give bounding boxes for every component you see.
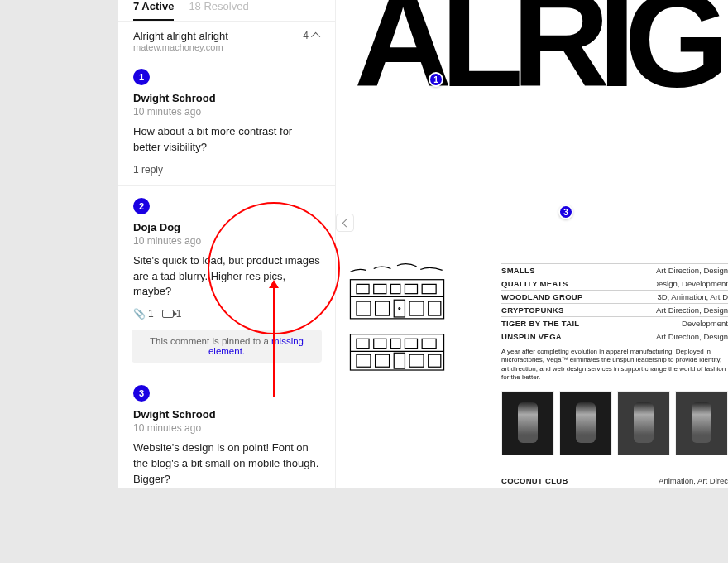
thread-url: matew.machoney.com <box>133 42 228 52</box>
building-illustration <box>342 248 452 329</box>
preview-canvas[interactable]: ALRIG 1 3 <box>336 0 728 488</box>
comment-body: How about a bit more contrast for better… <box>133 124 320 156</box>
preview-logo: ALRIG <box>354 0 718 108</box>
svg-rect-19 <box>422 339 436 348</box>
thumbnail[interactable] <box>675 391 728 455</box>
thread-count: 4 <box>303 30 309 41</box>
comments-panel: 7 Active 18 Resolved Alright alright alr… <box>118 0 336 488</box>
svg-rect-10 <box>410 301 424 315</box>
work-row[interactable]: CRYPTOPUNKSArt Direction, Design <box>501 303 728 316</box>
comment-time: 10 minutes ago <box>133 106 320 118</box>
svg-rect-16 <box>374 339 386 348</box>
missing-element-banner: This comment is pinned to a missing elem… <box>132 330 322 363</box>
svg-rect-4 <box>390 284 400 293</box>
work-row[interactable]: QUALITY MEATSDesign, Development <box>501 277 728 290</box>
paperclip-icon <box>133 308 146 320</box>
comment-item[interactable]: 2 Doja Dog 10 minutes ago Site's quick t… <box>118 186 335 374</box>
work-row[interactable]: WOODLAND GROUP3D, Animation, Art D <box>501 290 728 303</box>
work-row[interactable]: TIGER BY THE TAILDevelopment <box>501 316 728 330</box>
comment-author: Doja Dog <box>133 221 320 233</box>
thumbnail[interactable] <box>617 391 670 455</box>
tab-active[interactable]: 7 Active <box>133 0 174 21</box>
svg-rect-6 <box>422 284 436 293</box>
svg-rect-21 <box>376 354 390 367</box>
svg-rect-5 <box>405 284 417 293</box>
work-row[interactable]: COCONUT CLUBAnimation, Art Direc <box>501 474 728 485</box>
attachment-count[interactable]: 1 <box>133 308 154 320</box>
svg-rect-22 <box>394 353 405 368</box>
comment-body: Website's design is on point! Font on th… <box>133 440 320 488</box>
work-row[interactable]: UNSPUN VEGAArt Direction, Design <box>501 330 728 343</box>
comment-replies[interactable]: 1 reply <box>133 164 320 176</box>
thumbnail[interactable] <box>559 391 612 455</box>
svg-rect-2 <box>357 284 369 293</box>
canvas-pin[interactable]: 1 <box>429 72 443 87</box>
comment-author: Dwight Schrood <box>133 92 320 104</box>
svg-rect-11 <box>429 301 441 315</box>
pin-badge: 2 <box>133 198 150 214</box>
case-blurb: A year after completing evolution in app… <box>501 348 728 383</box>
building-illustration <box>342 330 452 379</box>
svg-rect-18 <box>405 339 417 348</box>
comment-author: Dwight Schrood <box>133 408 320 421</box>
comment-time: 10 minutes ago <box>133 422 320 434</box>
pin-badge: 3 <box>133 385 150 402</box>
pin-badge: 1 <box>133 69 150 85</box>
tabs: 7 Active 18 Resolved <box>118 0 335 22</box>
collapse-panel-button[interactable] <box>336 214 354 232</box>
svg-point-12 <box>399 308 400 310</box>
tab-resolved[interactable]: 18 Resolved <box>189 0 248 21</box>
comment-item[interactable]: 3 Dwight Schrood 10 minutes ago Website'… <box>118 373 335 488</box>
thread-collapse[interactable]: 4 <box>303 30 320 41</box>
svg-rect-23 <box>410 354 424 367</box>
video-count[interactable]: 1 <box>162 308 182 320</box>
thread-title: Alright alright alright <box>133 30 228 42</box>
app-surface: 7 Active 18 Resolved Alright alright alr… <box>118 0 728 488</box>
thumbnail[interactable] <box>501 391 554 455</box>
chevron-up-icon <box>311 32 320 41</box>
comment-item[interactable]: 1 Dwight Schrood 10 minutes ago How abou… <box>118 57 335 186</box>
canvas-pin[interactable]: 3 <box>558 205 573 219</box>
comment-body: Site's quick to load, but product images… <box>133 253 320 301</box>
svg-rect-8 <box>376 301 390 315</box>
work-row[interactable]: SMALLSArt Direction, Design <box>501 263 728 277</box>
svg-rect-7 <box>357 301 371 315</box>
svg-rect-3 <box>374 284 386 293</box>
comment-time: 10 minutes ago <box>133 235 320 247</box>
work-list: SMALLSArt Direction, Design QUALITY MEAT… <box>501 263 728 485</box>
svg-rect-0 <box>350 280 443 319</box>
svg-rect-17 <box>390 339 400 348</box>
svg-rect-9 <box>394 300 405 317</box>
thread-header[interactable]: Alright alright alright matew.machoney.c… <box>118 22 335 57</box>
svg-rect-15 <box>357 339 369 348</box>
svg-rect-20 <box>357 354 371 367</box>
case-thumbs <box>501 391 728 455</box>
svg-rect-24 <box>429 354 441 367</box>
video-icon <box>162 310 174 318</box>
comment-attachments: 1 1 <box>133 308 320 320</box>
comments-list[interactable]: 1 Dwight Schrood 10 minutes ago How abou… <box>118 57 335 488</box>
svg-rect-13 <box>350 334 443 370</box>
